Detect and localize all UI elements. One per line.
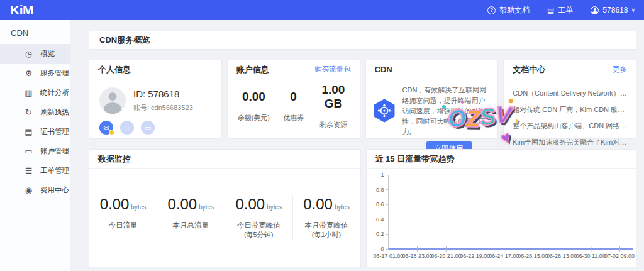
chart-title: 近 15 日流量带宽趋势 bbox=[375, 153, 455, 165]
monitor-stat-label: 本月带宽峰值 bbox=[293, 221, 360, 230]
user-id-text: ID: 578618 bbox=[133, 89, 193, 99]
y-tick-label: 0.8 bbox=[376, 187, 384, 193]
monitor-stat-sublabel: (每5分钟) bbox=[225, 230, 292, 240]
sidebar-item-label: 刷新预热 bbox=[40, 108, 69, 117]
profile-card-title: 个人信息 bbox=[98, 64, 131, 75]
page-title: CDN服务概览 bbox=[99, 35, 150, 46]
sidebar-item-icon: ▥ bbox=[24, 88, 33, 97]
sidebar-item[interactable]: ◉ 费用中心 bbox=[0, 180, 70, 200]
y-axis-tick: 0.8 bbox=[376, 187, 388, 193]
sidebar-item[interactable]: ⚙ 服务管理 bbox=[0, 64, 70, 83]
user-id: 578618 bbox=[602, 6, 628, 14]
y-axis-tick: 0.2 bbox=[376, 231, 388, 237]
email-verified-icon[interactable]: ✉ bbox=[99, 121, 113, 135]
monitor-stat-label: 今日带宽峰值 bbox=[225, 221, 292, 230]
x-tick-label: 06-22 19:00 bbox=[460, 253, 490, 259]
x-tick-mark bbox=[533, 246, 533, 252]
y-axis-tick: 0.4 bbox=[376, 216, 388, 223]
x-axis-tick: 06-28 13:00 bbox=[547, 249, 577, 259]
user-menu[interactable]: 578618 ∨ bbox=[591, 6, 635, 14]
monitor-stat-value: 0.00 bbox=[168, 196, 197, 213]
monitor-stat-label: 今日流量 bbox=[89, 221, 157, 230]
monitor-stat-label: 本月总流量 bbox=[157, 221, 225, 230]
user-icon bbox=[591, 6, 599, 14]
monitor-stat-value: 0.00 bbox=[235, 196, 265, 213]
cdn-hexagon-icon bbox=[372, 99, 396, 125]
y-tick-label: 0.2 bbox=[376, 231, 384, 237]
monitor-stat-unit: bytes bbox=[335, 204, 350, 211]
sidebar-item[interactable]: ▥ 统计分析 bbox=[0, 83, 70, 102]
buy-traffic-pack-link[interactable]: 购买流量包 bbox=[314, 65, 351, 74]
monitor-card-title: 数据监控 bbox=[98, 153, 131, 165]
more-docs-link[interactable]: 更多 bbox=[613, 65, 627, 74]
account-number-text: 账号: cdn56683523 bbox=[133, 103, 193, 113]
sidebar-item-label: 服务管理 bbox=[40, 69, 69, 78]
ticket-link[interactable]: ▤ 工单 bbox=[547, 5, 573, 16]
sidebar-item[interactable]: ☰ 工单管理 bbox=[0, 161, 70, 180]
account-stat: 0 优惠券 bbox=[274, 90, 313, 123]
doc-link[interactable]: CDN（Content Delivery Network），也即内容分发... bbox=[513, 85, 627, 101]
account-stat-value: 0.00 bbox=[234, 90, 274, 104]
help-docs-link[interactable]: ? 帮助文档 bbox=[487, 5, 530, 16]
x-tick-mark bbox=[562, 246, 562, 252]
x-tick-label: 06-17 01:00 bbox=[373, 253, 403, 259]
overview-cards-row: 个人信息 ID: 578618 账号: cdn56683523 ✉ bbox=[89, 60, 636, 139]
x-tick-label: 06-28 13:00 bbox=[547, 253, 577, 259]
monitor-stat: 0.00bytes 今日带宽峰值 (每5分钟) bbox=[225, 196, 292, 240]
profile-card: 个人信息 ID: 578618 账号: cdn56683523 ✉ bbox=[89, 60, 222, 139]
sidebar-item-icon: ↻ bbox=[24, 108, 33, 117]
bandwidth-trend-card: 近 15 日流量带宽趋势 1 0.8 0.6 bbox=[366, 149, 637, 267]
doc-link[interactable]: 整个产品架构由客户端、CDN 网络、企业源站，... bbox=[513, 118, 627, 134]
x-axis-tick: 06-26 15:00 bbox=[518, 249, 548, 259]
x-tick-label: 06-20 21:00 bbox=[431, 253, 461, 259]
cdn-card: CDN bbox=[365, 60, 499, 139]
main-content: CDN服务概览 个人信息 ID: 578618 账号: cdn56683523 bbox=[71, 20, 644, 271]
monitor-row: 数据监控 0.00bytes 今日流量 0.00bytes bbox=[89, 149, 636, 267]
monitor-stat: 0.00bytes 今日流量 bbox=[89, 196, 157, 240]
sidebar-item[interactable]: ▤ 证书管理 bbox=[0, 122, 70, 141]
monitor-stat-value: 0.00 bbox=[303, 196, 333, 213]
account-stat-label: 优惠券 bbox=[274, 113, 313, 123]
account-stat-value: 1.00 GB bbox=[313, 83, 353, 111]
x-tick-mark bbox=[417, 246, 418, 252]
sidebar-item-label: 费用中心 bbox=[40, 185, 69, 195]
doc-link[interactable]: Kim全网加速服务完美融合了Kim对象存储和 CDN ... bbox=[513, 134, 627, 150]
x-tick-label: 06-18 23:00 bbox=[402, 253, 432, 259]
monitor-stat-sublabel bbox=[89, 230, 157, 240]
x-tick-mark bbox=[475, 246, 475, 252]
verified-badge bbox=[109, 130, 114, 135]
sidebar-item[interactable]: ↻ 刷新预热 bbox=[0, 102, 70, 122]
monitor-stat-unit: bytes bbox=[267, 204, 282, 211]
account-stat-value: 0 bbox=[274, 90, 313, 104]
x-tick-label: 07-02 09:00 bbox=[604, 253, 635, 259]
x-tick-mark bbox=[591, 246, 591, 252]
sidebar-item-icon: ⚙ bbox=[24, 69, 33, 78]
sidebar-item-label: 证书管理 bbox=[40, 127, 69, 136]
account-card-title: 账户信息 bbox=[236, 64, 269, 75]
data-monitor-card: 数据监控 0.00bytes 今日流量 0.00bytes bbox=[89, 149, 361, 267]
monitor-stat-unit: bytes bbox=[131, 204, 146, 211]
sidebar-item[interactable]: ▭ 账户管理 bbox=[0, 141, 70, 161]
ticket-label: 工单 bbox=[558, 5, 573, 16]
chart-plot-area: 06-17 01:00 06-18 23:00 06-20 21:00 06 bbox=[388, 175, 620, 249]
x-tick-label: 06-26 15:00 bbox=[518, 253, 548, 259]
x-axis-tick: 07-02 09:00 bbox=[604, 249, 635, 259]
docs-card: 文档中心 更多 CDN（Content Delivery Network），也即… bbox=[503, 60, 636, 139]
account-stat-label: 剩余资源 bbox=[313, 120, 353, 130]
phone-icon[interactable]: ▯ bbox=[120, 121, 134, 135]
monitor-stat: 0.00bytes 本月带宽峰值 (每1小时) bbox=[292, 196, 360, 240]
screen: KiM ? 帮助文档 ▤ 工单 578618 ∨ CDN ◷ 概览 bbox=[0, 0, 644, 271]
doc-link[interactable]: 相对传统 CDN 厂商，Kim CDN 服务完全实现全自... bbox=[513, 101, 627, 118]
x-axis-tick: 06-18 23:00 bbox=[402, 249, 432, 259]
sidebar-item[interactable]: ◷ 概览 bbox=[0, 44, 70, 64]
idcard-icon[interactable]: ▭ bbox=[141, 121, 155, 135]
sidebar: CDN ◷ 概览 ⚙ 服务管理 ▥ 统计分析 ↻ 刷新预热 ▤ 证书管理 ▭ bbox=[0, 20, 71, 271]
monitor-stat: 0.00bytes 本月总流量 bbox=[157, 196, 225, 240]
monitor-stat-value: 0.00 bbox=[100, 196, 130, 213]
app-logo[interactable]: KiM bbox=[10, 3, 33, 18]
monitor-stat-sublabel: (每1小时) bbox=[293, 230, 360, 240]
monitor-stat-sublabel bbox=[157, 230, 225, 240]
docs-card-title: 文档中心 bbox=[513, 64, 545, 75]
x-tick-label: 06-30 11:00 bbox=[575, 253, 605, 259]
help-icon: ? bbox=[487, 6, 496, 14]
